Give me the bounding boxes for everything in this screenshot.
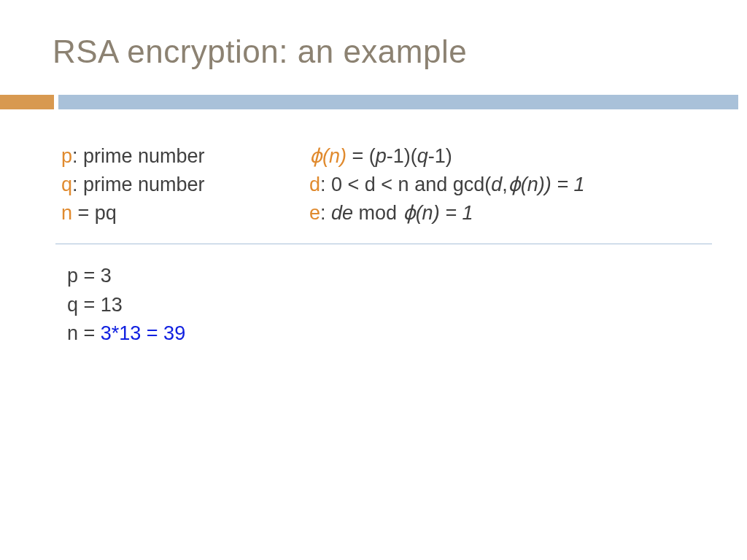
e-de: de xyxy=(331,202,353,224)
def-d: d: 0 < d < n and gcd(d,ɸ(n)) = 1 xyxy=(309,171,718,199)
d-phi: ɸ(n) xyxy=(508,174,545,195)
def-q: q: prime number xyxy=(61,171,280,199)
example-q: q = 13 xyxy=(67,291,718,319)
n-desc: = pq xyxy=(72,202,117,224)
p-symbol: p xyxy=(61,145,72,167)
d-symbol: d xyxy=(309,174,320,195)
e-phi: ɸ(n) xyxy=(403,202,440,224)
q-symbol: q xyxy=(61,174,72,195)
e-sep: : xyxy=(320,202,331,224)
accent-bar-blue xyxy=(58,95,738,109)
d-sep: : 0 < d < n and gcd( xyxy=(320,174,491,195)
example-n-prefix: n = xyxy=(67,322,101,344)
e-mod: mod xyxy=(353,202,403,224)
accent-bar xyxy=(0,95,747,109)
content-area: p: prime number q: prime number n = pq ɸ… xyxy=(61,142,718,348)
accent-bar-orange xyxy=(0,95,54,109)
d-d: d xyxy=(491,174,502,195)
def-phi: ɸ(n) = (p-1)(q-1) xyxy=(309,142,718,171)
d-tail: ) = 1 xyxy=(545,174,585,195)
def-e: e: de mod ɸ(n) = 1 xyxy=(309,199,718,228)
phi-m1: -1)( xyxy=(387,145,417,167)
section-divider xyxy=(55,244,712,244)
e-symbol: e xyxy=(309,202,320,224)
p-desc: : prime number xyxy=(72,145,205,167)
phi-m2: -1) xyxy=(428,145,452,167)
right-column: ɸ(n) = (p-1)(q-1) d: 0 < d < n and gcd(d… xyxy=(309,142,718,228)
d-comma: , xyxy=(502,174,508,195)
example-block: p = 3 q = 13 n = 3*13 = 39 xyxy=(61,262,718,347)
def-p: p: prime number xyxy=(61,142,280,171)
def-n: n = pq xyxy=(61,199,280,228)
phi-p: p xyxy=(376,145,387,167)
example-n: n = 3*13 = 39 xyxy=(67,319,718,348)
phi-q: q xyxy=(417,145,428,167)
n-symbol: n xyxy=(61,202,72,224)
slide: RSA encryption: an example p: prime numb… xyxy=(0,0,747,560)
slide-title: RSA encryption: an example xyxy=(53,34,467,70)
example-p: p = 3 xyxy=(67,262,718,290)
q-desc: : prime number xyxy=(72,174,205,195)
phi-symbol: ɸ(n) xyxy=(309,145,347,167)
e-tail: = 1 xyxy=(440,202,473,224)
left-column: p: prime number q: prime number n = pq xyxy=(61,142,280,228)
phi-eq: = ( xyxy=(347,145,376,167)
example-n-value: 3*13 = 39 xyxy=(101,322,185,344)
definition-columns: p: prime number q: prime number n = pq ɸ… xyxy=(61,142,718,228)
